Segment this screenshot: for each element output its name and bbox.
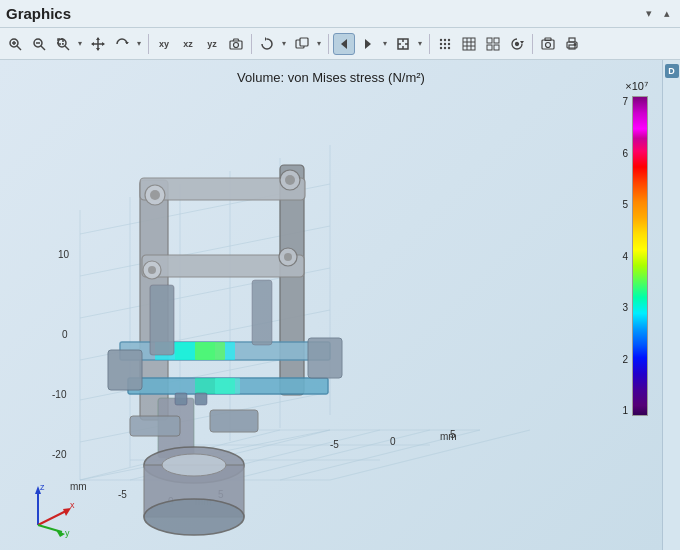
scale-label-5: 5 <box>622 199 628 210</box>
svg-marker-23 <box>365 39 371 49</box>
svg-rect-122 <box>210 410 258 432</box>
svg-text:-5: -5 <box>330 439 339 450</box>
scale-label-1: 1 <box>622 405 628 416</box>
window-title: Graphics <box>6 5 71 22</box>
frame-dropdown[interactable]: ▾ <box>415 33 425 55</box>
svg-rect-123 <box>252 280 272 345</box>
sep1 <box>148 34 149 54</box>
svg-point-31 <box>448 38 450 40</box>
side-panel: D <box>662 60 680 550</box>
frame-button[interactable] <box>392 33 414 55</box>
screenshot-button[interactable] <box>537 33 559 55</box>
grid-squares-button[interactable] <box>482 33 504 55</box>
svg-point-104 <box>150 190 160 200</box>
viewport[interactable]: Volume: von Mises stress (N/m²) ×10⁷ 7 6… <box>0 60 662 550</box>
title-controls: ▾ ▴ <box>642 7 674 21</box>
svg-marker-12 <box>96 37 100 40</box>
svg-rect-115 <box>215 378 240 394</box>
refresh-button[interactable] <box>256 33 278 55</box>
view-xz-button[interactable]: xz <box>177 33 199 55</box>
side-panel-icon[interactable]: D <box>665 64 679 78</box>
svg-point-55 <box>574 43 576 45</box>
rotate-button[interactable] <box>111 33 133 55</box>
sep3 <box>328 34 329 54</box>
zoom-box-button[interactable] <box>52 33 74 55</box>
rotate-group: ▾ <box>111 33 144 55</box>
camera-button[interactable] <box>225 33 247 55</box>
scale-multiplier: ×10⁷ <box>625 80 648 93</box>
rotate3-button[interactable] <box>506 33 528 55</box>
svg-marker-19 <box>265 37 267 41</box>
svg-marker-47 <box>520 41 524 44</box>
svg-rect-43 <box>487 38 492 43</box>
svg-text:10: 10 <box>58 249 70 260</box>
zoom-box-group: ▾ <box>52 33 85 55</box>
svg-text:z: z <box>40 482 45 492</box>
axis-indicator: z x y <box>18 480 78 540</box>
svg-point-36 <box>444 46 446 48</box>
svg-line-8 <box>65 46 69 50</box>
view-xy-button[interactable]: xy <box>153 33 175 55</box>
main-content: Volume: von Mises stress (N/m²) ×10⁷ 7 6… <box>0 60 680 550</box>
scale-label-2: 2 <box>622 354 628 365</box>
svg-rect-45 <box>487 45 492 50</box>
clone-group: ▾ <box>291 33 324 55</box>
scale-label-7: 7 <box>622 96 628 107</box>
svg-text:-20: -20 <box>52 449 67 460</box>
svg-point-30 <box>444 38 446 40</box>
svg-text:5: 5 <box>450 429 456 440</box>
svg-text:y: y <box>65 528 70 538</box>
zoom-extents-button[interactable] <box>4 33 26 55</box>
next-group: ▾ <box>357 33 390 55</box>
print-button[interactable] <box>561 33 583 55</box>
toolbar: ▾ ▾ xy xz yz <box>0 28 680 60</box>
svg-point-50 <box>546 42 551 47</box>
clone-button[interactable] <box>291 33 313 55</box>
svg-point-34 <box>448 42 450 44</box>
app-container: Graphics ▾ ▴ <box>0 0 680 550</box>
svg-rect-38 <box>463 38 475 50</box>
view-yz-button[interactable]: yz <box>201 33 223 55</box>
refresh-dropdown[interactable]: ▾ <box>279 33 289 55</box>
svg-rect-117 <box>308 338 342 378</box>
prev-button[interactable] <box>333 33 355 55</box>
svg-line-59 <box>230 430 430 480</box>
zoom-box-dropdown[interactable]: ▾ <box>75 33 85 55</box>
svg-text:x: x <box>70 500 75 510</box>
svg-line-61 <box>330 430 530 480</box>
scale-labels: 7 6 5 4 3 2 1 <box>622 96 628 416</box>
svg-rect-46 <box>494 45 499 50</box>
minimize-button[interactable]: ▾ <box>642 7 656 21</box>
svg-rect-119 <box>195 393 207 405</box>
scale-label-4: 4 <box>622 251 628 262</box>
zoom-in-button[interactable] <box>28 33 50 55</box>
3d-model-svg: mm mm mm 10 0 -10 -20 -5 0 5 -5 0 5 <box>0 90 620 540</box>
svg-marker-22 <box>341 39 347 49</box>
grid-lines-button[interactable] <box>458 33 480 55</box>
svg-line-130 <box>38 525 62 532</box>
svg-marker-13 <box>96 48 100 51</box>
pan-button[interactable] <box>87 33 109 55</box>
svg-point-108 <box>148 266 156 274</box>
svg-text:-5: -5 <box>118 489 127 500</box>
expand-button[interactable]: ▴ <box>660 7 674 21</box>
next-dropdown[interactable]: ▾ <box>380 33 390 55</box>
rotate-dropdown[interactable]: ▾ <box>134 33 144 55</box>
svg-marker-16 <box>125 42 129 44</box>
svg-rect-121 <box>130 416 180 436</box>
svg-rect-51 <box>545 38 551 41</box>
svg-point-48 <box>516 42 519 45</box>
scale-label-3: 3 <box>622 302 628 313</box>
svg-point-7 <box>58 39 66 47</box>
svg-point-18 <box>234 42 239 47</box>
clone-dropdown[interactable]: ▾ <box>314 33 324 55</box>
svg-line-1 <box>17 46 21 50</box>
svg-text:0: 0 <box>390 436 396 447</box>
refresh-group: ▾ <box>256 33 289 55</box>
volume-title: Volume: von Mises stress (N/m²) <box>0 70 662 85</box>
next-button[interactable] <box>357 33 379 55</box>
svg-point-35 <box>440 46 442 48</box>
grid-dots-button[interactable] <box>434 33 456 55</box>
svg-point-110 <box>284 253 292 261</box>
svg-line-5 <box>41 46 45 50</box>
